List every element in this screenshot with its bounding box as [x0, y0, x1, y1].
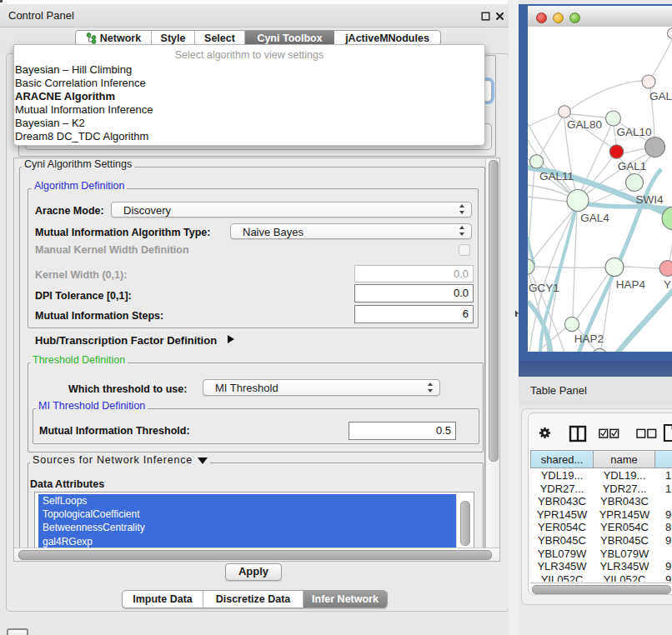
- table-cell[interactable]: YLR345W: [594, 559, 655, 572]
- table-cell[interactable]: YBL079W: [530, 547, 594, 560]
- which-threshold-combobox[interactable]: MI Threshold: [203, 379, 440, 397]
- split-columns-icon[interactable]: [569, 425, 587, 442]
- network-node-gal10[interactable]: [606, 111, 621, 126]
- table-cell[interactable]: YDL19...: [530, 468, 594, 482]
- zoom-traffic-light[interactable]: [569, 12, 580, 23]
- network-node-gal2[interactable]: [642, 75, 655, 88]
- sources-expander-icon[interactable]: [198, 458, 208, 464]
- network-canvas[interactable]: GAL2GAL80GAL10GAL1GAL11SWI4GAL4GCY1HAP4Y…: [528, 27, 672, 352]
- settings-hscrollbar-thumb[interactable]: [18, 550, 492, 560]
- column-header-shared-name[interactable]: shared...: [530, 450, 594, 468]
- minimize-traffic-light[interactable]: [553, 12, 564, 23]
- settings-vscrollbar-thumb[interactable]: [489, 160, 499, 462]
- network-node-gal4[interactable]: [567, 190, 589, 212]
- attribute-list-item[interactable]: BetweennessCentrality: [38, 521, 457, 534]
- table-cell[interactable]: YLR345W: [530, 559, 594, 572]
- table-cell[interactable]: YPR145W: [594, 508, 655, 521]
- dropdown-item[interactable]: ARACNE Algorithm: [15, 90, 115, 103]
- network-edge[interactable]: [624, 267, 659, 268]
- network-edge[interactable]: [528, 113, 559, 127]
- table-cell[interactable]: YER054C: [594, 520, 655, 533]
- dropdown-item[interactable]: Mutual Information Inference: [15, 103, 153, 117]
- mi-steps-field[interactable]: 6: [354, 305, 474, 323]
- manual-kernel-checkbox[interactable]: [459, 244, 470, 256]
- network-node-gal80[interactable]: [559, 106, 571, 118]
- table-cell[interactable]: YDR27...: [530, 482, 594, 495]
- table-cell[interactable]: YPR145W: [530, 508, 594, 521]
- dpi-tolerance-field[interactable]: 0.0: [354, 284, 474, 302]
- gear-icon[interactable]: [538, 426, 552, 440]
- tab-network[interactable]: Network: [76, 31, 151, 45]
- network-node-gal1[interactable]: [609, 145, 624, 159]
- select-all-icon[interactable]: [599, 428, 619, 438]
- network-edge[interactable]: [540, 118, 562, 155]
- dropdown-item[interactable]: Dream8 DC_TDC Algorithm: [15, 130, 148, 143]
- table-cell[interactable]: YBR043C: [594, 494, 655, 508]
- table-cell[interactable]: YDR27...: [594, 482, 655, 495]
- aracne-mode-combobox[interactable]: Discovery: [111, 202, 472, 218]
- attribute-list-item[interactable]: TopologicalCoefficient: [38, 508, 457, 521]
- tab-impute-data[interactable]: Impute Data: [123, 591, 203, 608]
- new-file-icon[interactable]: [663, 423, 672, 442]
- hub-expander-icon[interactable]: [228, 335, 234, 343]
- network-node[interactable]: [645, 138, 665, 158]
- network-edge[interactable]: [570, 81, 642, 109]
- network-edge[interactable]: [528, 197, 567, 202]
- close-traffic-light[interactable]: [536, 12, 547, 23]
- network-edge[interactable]: [570, 114, 605, 118]
- table-hscrollbar-track[interactable]: [530, 582, 672, 594]
- column-header-cut[interactable]: [655, 450, 672, 468]
- network-edge[interactable]: [573, 212, 577, 318]
- tab-select[interactable]: Select: [194, 31, 244, 45]
- table-cell[interactable]: 12: [655, 482, 672, 495]
- table-cell[interactable]: YDL19...: [594, 468, 655, 482]
- table-cell[interactable]: 13: [655, 468, 672, 482]
- network-edge[interactable]: [534, 267, 605, 268]
- table-cell[interactable]: 8.: [655, 520, 672, 533]
- table-cell[interactable]: 9.: [655, 559, 672, 572]
- attribute-list-item[interactable]: gal4RGexp: [38, 535, 457, 548]
- table-cell[interactable]: 9.: [655, 508, 672, 521]
- network-node-hap2[interactable]: [564, 317, 579, 331]
- deselect-all-icon[interactable]: [636, 428, 657, 438]
- table-cell[interactable]: 9.: [655, 533, 672, 547]
- table-cell[interactable]: YBL079W: [594, 547, 655, 560]
- control-panel-titlebar[interactable]: Control Panel: [0, 4, 509, 28]
- network-edge[interactable]: [528, 185, 568, 196]
- table-cell[interactable]: 9: [655, 572, 672, 582]
- table-cell[interactable]: YBR043C: [530, 494, 594, 508]
- list-vscrollbar-track[interactable]: [456, 492, 474, 548]
- float-window-icon[interactable]: [481, 12, 490, 21]
- close-window-icon[interactable]: [495, 12, 504, 21]
- table-hscrollbar-thumb[interactable]: [532, 585, 671, 594]
- tab-cyni-toolbox[interactable]: Cyni Toolbox: [244, 31, 334, 45]
- apply-button[interactable]: Apply: [225, 563, 282, 581]
- table-cell[interactable]: YIL052C: [530, 572, 594, 582]
- list-vscrollbar-thumb[interactable]: [460, 501, 470, 546]
- dropdown-item[interactable]: Bayesian – K2: [15, 117, 85, 130]
- tab-jactivemnodules[interactable]: jActiveMNodules: [334, 31, 440, 45]
- tab-discretize-data[interactable]: Discretize Data: [203, 591, 303, 608]
- network-edge[interactable]: [652, 39, 672, 76]
- table-cell[interactable]: YER054C: [530, 520, 594, 533]
- mi-type-combobox[interactable]: Naive Bayes: [230, 223, 472, 239]
- column-header-name[interactable]: name: [594, 450, 655, 468]
- settings-vscrollbar-track[interactable]: [485, 158, 499, 548]
- data-attributes-list[interactable]: SelfLoopsTopologicalCoefficientBetweenne…: [34, 492, 474, 549]
- dropdown-item[interactable]: Basic Correlation Inference: [15, 77, 146, 90]
- network-node-gal11[interactable]: [529, 155, 543, 168]
- network-node-swi4[interactable]: [626, 174, 644, 192]
- attribute-list-item[interactable]: SelfLoops: [38, 494, 457, 508]
- table-cell[interactable]: YBR045C: [594, 533, 655, 547]
- network-node-y[interactable]: [659, 261, 672, 277]
- minimized-panel-button[interactable]: [7, 628, 28, 635]
- tab-style[interactable]: Style: [151, 31, 194, 45]
- mi-threshold-field[interactable]: 0.5: [349, 422, 456, 440]
- network-node-hap4[interactable]: [605, 258, 624, 277]
- network-node[interactable]: [668, 28, 672, 39]
- table-panel-titlebar[interactable]: Table Panel: [519, 377, 672, 406]
- table-cell[interactable]: YIL052C: [594, 572, 655, 582]
- network-edge[interactable]: [623, 148, 644, 153]
- tab-infer-network[interactable]: Infer Network: [303, 591, 387, 608]
- network-edge-highlighted[interactable]: [617, 286, 672, 352]
